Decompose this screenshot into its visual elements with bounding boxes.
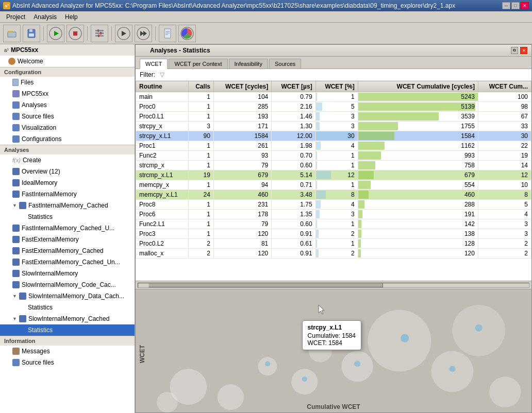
cell-calls: 1 — [189, 141, 214, 151]
cell-wcet-pct: 1 — [315, 92, 358, 102]
config-button[interactable] — [91, 25, 108, 42]
title-bar: a³ AbsInt Advanced Analyzer for MPC55xx:… — [0, 0, 532, 11]
create-label: Create — [23, 157, 41, 164]
cell-routine: main — [136, 92, 189, 102]
table-row[interactable]: strcmp_x.L1 19 679 5.14 12 679 12 — [136, 170, 531, 180]
table-row[interactable]: Proc0.L2 2 81 0.61 1 128 2 — [136, 239, 531, 249]
table-row[interactable]: Proc6 1 178 1.35 3 191 4 — [136, 210, 531, 219]
cell-wcet-cycles: 178 — [213, 210, 271, 219]
sidebar-item-configurations[interactable]: Configurations — [0, 133, 135, 145]
svg-rect-9 — [73, 31, 77, 36]
overview-icon — [12, 168, 20, 175]
cell-wcet-pct: 1 — [315, 161, 358, 170]
sidebar-item-idealmem[interactable]: IdealMemory — [0, 177, 135, 188]
table-row[interactable]: Proc1 1 261 1.98 4 1162 22 — [136, 141, 531, 151]
sidebar-item-mpc55xx[interactable]: MPC55xx — [0, 88, 135, 99]
cell-cumul-cycles: 1755 — [358, 122, 478, 131]
table-row[interactable]: strcpy_x 3 171 1.30 3 1755 33 — [136, 122, 531, 131]
h-scrollbar[interactable] — [136, 281, 531, 289]
report-button[interactable] — [159, 25, 176, 42]
sidebar-item-fastintmem-cached[interactable]: ▼ FastInternalMemory_Cached — [0, 200, 135, 211]
sidebar-item-fastextmem[interactable]: FastExternalMemory — [0, 234, 135, 245]
sidebar-item-stats-2[interactable]: Statistics — [0, 302, 135, 313]
sidebar-item-visualization[interactable]: Visualization — [0, 122, 135, 133]
table-row[interactable]: Func2.L1 1 79 0.60 1 142 3 — [136, 219, 531, 229]
table-row[interactable]: Proc8 1 231 1.75 4 288 5 — [136, 200, 531, 210]
panel-float-button[interactable]: ⧉ — [511, 47, 518, 54]
sidebar-item-fastintmem-cached-u[interactable]: FastInternalMemory_Cached_U... — [0, 222, 135, 234]
table-row[interactable]: main 1 104 0.79 1 5243 100 — [136, 92, 531, 102]
stats-2-label: Statistics — [28, 304, 53, 311]
sidebar-item-messages[interactable]: Messages — [0, 346, 135, 357]
panel-title: Analyses - Statistics — [140, 47, 210, 54]
sidebar-item-slowintmem-cached[interactable]: ▼ SlowInternalMemory_Cached — [0, 313, 135, 324]
sidebar-item-create[interactable]: f(x) Create — [0, 154, 135, 166]
sidebar-item-slowintmem-data[interactable]: ▼ SlowInternalMemory_Data_Cach... — [0, 290, 135, 302]
sidebar-item-fastintmem[interactable]: FastInternalMemory — [0, 188, 135, 200]
chart-button[interactable] — [178, 25, 196, 42]
window-controls[interactable]: ─ □ ✕ — [502, 2, 529, 9]
table-row[interactable]: memcpy_x 1 94 0.71 1 554 10 — [136, 180, 531, 190]
analyses-icon — [12, 101, 20, 109]
panel-close-button[interactable]: ✕ — [520, 47, 527, 54]
run3-button[interactable] — [135, 25, 152, 42]
slowintmem-data-label: SlowInternalMemory_Data_Cach... — [28, 292, 124, 300]
sidebar-item-stats-3[interactable]: Statistics — [0, 324, 135, 336]
cell-cumul-cycles: 191 — [358, 210, 478, 219]
welcome-icon — [8, 58, 15, 65]
cell-wcet-us: 0.91 — [272, 229, 315, 239]
sidebar-item-slowintmem-code[interactable]: SlowInternalMemory_Code_Cac... — [0, 279, 135, 290]
cell-calls: 1 — [189, 210, 214, 219]
cursor-pointer — [318, 304, 324, 313]
sidebar-item-sourcefiles2[interactable]: Source files — [0, 357, 135, 368]
table-row[interactable]: Proc0.L1 1 193 1.46 3 3539 67 — [136, 112, 531, 122]
tab-wcet-context[interactable]: WCET per Context — [169, 59, 227, 68]
cell-wcet-pct: 5 — [315, 102, 358, 112]
sidebar-item-stats-1[interactable]: Statistics — [0, 211, 135, 222]
slowintmem-cached-label: SlowInternalMemory_Cached — [28, 315, 109, 322]
table-container[interactable]: Routine Calls WCET [cycles] WCET [µs] WC… — [136, 81, 531, 281]
cell-cumul-cycles: 5139 — [358, 102, 478, 112]
cell-cumul-pct: 8 — [478, 190, 531, 200]
sidebar-item-overview[interactable]: Overview (12) — [0, 166, 135, 177]
sidebar-item-welcome[interactable]: Welcome — [0, 56, 135, 67]
cell-wcet-pct: 2 — [315, 229, 358, 239]
tab-sources[interactable]: Sources — [269, 59, 301, 68]
menu-project[interactable]: Project — [2, 12, 29, 22]
open-button[interactable] — [3, 25, 21, 42]
tab-wcet[interactable]: WCET — [140, 59, 168, 69]
close-button[interactable]: ✕ — [521, 2, 529, 9]
sidebar-item-fastextmem-cached[interactable]: FastExternalMemory_Cached — [0, 245, 135, 256]
cell-wcet-pct: 3 — [315, 210, 358, 219]
stop-button[interactable] — [66, 25, 84, 42]
cell-cumul-cycles: 138 — [358, 229, 478, 239]
run2-button[interactable] — [115, 25, 132, 42]
save-button[interactable] — [23, 25, 40, 42]
cell-wcet-us: 0.60 — [272, 161, 315, 170]
table-row[interactable]: strcmp_x 1 79 0.60 1 758 14 — [136, 161, 531, 170]
table-row[interactable]: memcpy_x.L1 24 460 3.48 8 460 8 — [136, 190, 531, 200]
svg-point-36 — [489, 376, 521, 407]
sidebar-item-sourcefiles[interactable]: Source files — [0, 111, 135, 122]
tab-infeasibility[interactable]: Infeasibility — [229, 59, 268, 68]
maximize-button[interactable]: □ — [511, 2, 520, 9]
cell-routine: strcpy_x.L1 — [136, 131, 189, 141]
sidebar-item-analyses[interactable]: Analyses — [0, 99, 135, 111]
tooltip-cumulative: Cumulative: 1584 — [308, 332, 356, 339]
minimize-button[interactable]: ─ — [502, 2, 510, 9]
pie-icon-1 — [19, 213, 26, 220]
cell-wcet-us: 2.16 — [272, 102, 315, 112]
sidebar-item-fastextmem-cached-u[interactable]: FastExternalMemory_Cached_Un... — [0, 256, 135, 268]
table-row[interactable]: Proc3 1 120 0.91 2 138 3 — [136, 229, 531, 239]
table-row[interactable]: malloc_x 2 120 0.91 2 120 2 — [136, 249, 531, 259]
sidebar-item-slowintmem[interactable]: SlowInternalMemory — [0, 268, 135, 279]
menu-analysis[interactable]: Analysis — [29, 12, 61, 22]
sidebar-item-files[interactable]: Files — [0, 77, 135, 88]
table-row[interactable]: strcpy_x.L1 90 1584 12.00 30 1584 30 — [136, 131, 531, 141]
config-section-label: Configuration — [0, 67, 135, 77]
menu-help[interactable]: Help — [61, 12, 82, 22]
table-row[interactable]: Proc0 1 285 2.16 5 5139 98 — [136, 102, 531, 112]
slowintmem-label: SlowInternalMemory — [22, 270, 78, 277]
table-row[interactable]: Func2 1 93 0.70 1 993 19 — [136, 151, 531, 161]
run-button[interactable] — [47, 25, 64, 42]
